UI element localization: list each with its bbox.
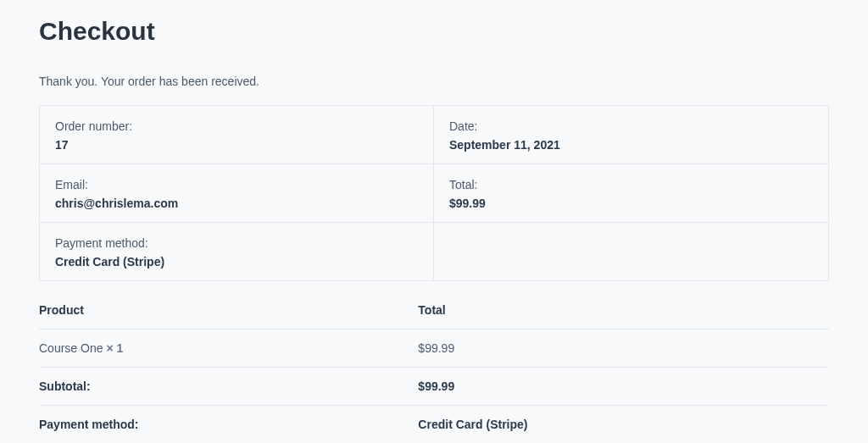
order-email-cell: Email: chris@chrislema.com (40, 164, 434, 223)
item-total: $99.99 (418, 329, 829, 368)
order-summary: Order number: 17 Date: September 11, 202… (39, 105, 829, 281)
header-product: Product (39, 293, 418, 329)
table-header-row: Product Total (39, 293, 829, 329)
item-qty: × 1 (106, 341, 123, 355)
table-row-item: Course One × 1 $99.99 (39, 329, 829, 368)
page-title: Checkout (39, 17, 829, 46)
subtotal-label: Subtotal: (39, 368, 418, 406)
order-email-label: Email: (55, 178, 418, 191)
order-payment-label: Payment method: (55, 236, 418, 250)
order-total-cell: Total: $99.99 (434, 164, 828, 223)
table-row-payment: Payment method: Credit Card (Stripe) (39, 406, 829, 444)
item-name: Course One (39, 341, 106, 355)
payment-method-label: Payment method: (39, 406, 418, 444)
order-payment-value: Credit Card (Stripe) (55, 255, 418, 269)
order-details-table: Product Total Course One × 1 $99.99 Subt… (39, 293, 829, 443)
order-email-value: chris@chrislema.com (55, 197, 418, 210)
thankyou-message: Thank you. Your order has been received. (39, 75, 829, 88)
order-total-value: $99.99 (449, 197, 813, 210)
header-total: Total (418, 293, 829, 329)
subtotal-value: $99.99 (418, 368, 829, 406)
table-row-subtotal: Subtotal: $99.99 (39, 368, 829, 406)
order-payment-cell: Payment method: Credit Card (Stripe) (40, 223, 434, 280)
order-number-label: Order number: (55, 119, 418, 133)
order-date-label: Date: (449, 119, 813, 133)
order-empty-cell (434, 223, 828, 280)
payment-method-value: Credit Card (Stripe) (418, 406, 829, 444)
order-number-cell: Order number: 17 (40, 106, 434, 164)
order-total-label: Total: (449, 178, 813, 191)
order-date-cell: Date: September 11, 2021 (434, 106, 828, 164)
order-number-value: 17 (55, 138, 418, 152)
checkout-page: Checkout Thank you. Your order has been … (0, 0, 868, 443)
order-date-value: September 11, 2021 (449, 138, 813, 152)
item-name-cell: Course One × 1 (39, 329, 418, 368)
